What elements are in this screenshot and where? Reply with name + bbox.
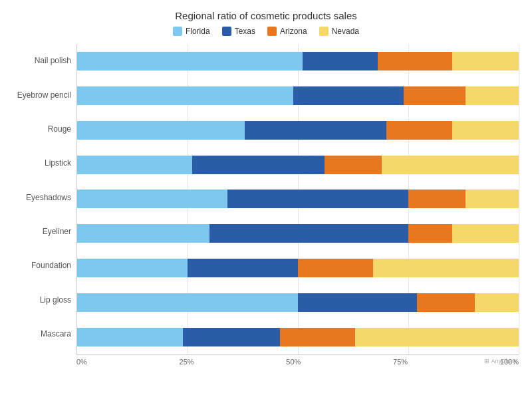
x-tick-2: 50% [286,358,301,366]
legend-label-3: Nevada [332,27,359,36]
bar-segment-8-1[interactable] [183,328,280,346]
bar-segment-6-0[interactable] [77,259,188,277]
bar-segment-5-2[interactable] [408,224,452,243]
bar-segment-5-0[interactable] [77,224,209,243]
bars-and-x: 0%25%50%75%100% [76,44,519,366]
bar-row-3 [77,156,519,174]
bar-segment-4-2[interactable] [408,190,466,208]
legend-color-0 [173,27,182,36]
bar-segment-3-1[interactable] [192,156,325,174]
anychart-label: ⊞ AnyChart [484,358,516,364]
bar-row-8 [77,328,519,346]
bar-segment-8-0[interactable] [77,328,183,346]
y-axis-labels: Nail polishEyebrow pencilRougeLipstickEy… [13,44,76,366]
legend-item-nevada: Nevada [319,27,359,36]
legend-item-arizona: Arizona [267,27,307,36]
bar-row-4 [77,190,519,208]
bar-row-1 [77,86,519,105]
grid-line-100 [519,44,519,354]
bar-row-6 [77,259,519,277]
legend-color-1 [222,27,231,36]
bar-segment-0-3[interactable] [452,52,519,70]
y-label-5: Eyeliner [13,227,76,236]
legend-color-3 [319,27,329,36]
x-axis: 0%25%50%75%100% [76,355,519,366]
bar-segment-6-2[interactable] [298,259,373,277]
legend-label-2: Arizona [280,27,307,36]
y-label-6: Foundation [13,261,76,270]
bar-segment-4-0[interactable] [77,190,227,208]
x-tick-3: 75% [393,358,408,366]
bar-segment-5-3[interactable] [452,224,519,243]
y-label-2: Rouge [13,124,76,134]
y-label-3: Lipstick [13,158,76,168]
legend-label-0: Florida [186,27,210,36]
legend: FloridaTexasArizonaNevada [13,27,519,36]
legend-item-texas: Texas [222,27,255,36]
y-label-8: Mascara [13,329,76,338]
bar-segment-7-2[interactable] [417,293,474,312]
bar-segment-7-3[interactable] [475,293,519,312]
bar-segment-7-1[interactable] [298,293,417,312]
legend-label-1: Texas [235,27,255,36]
bar-segment-7-0[interactable] [77,293,298,312]
bar-segment-2-3[interactable] [452,121,519,140]
bar-segment-6-3[interactable] [373,259,519,277]
y-label-7: Lip gloss [13,295,76,305]
bar-segment-2-1[interactable] [245,121,386,140]
bar-segment-5-1[interactable] [209,224,408,243]
chart-area: Nail polishEyebrow pencilRougeLipstickEy… [13,44,519,366]
bar-segment-0-1[interactable] [303,52,378,70]
x-tick-1: 25% [180,358,194,366]
bar-row-5 [77,224,519,243]
bar-segment-6-1[interactable] [188,259,298,277]
bar-segment-4-1[interactable] [227,190,408,208]
y-label-0: Nail polish [13,56,76,65]
bar-segment-3-3[interactable] [382,156,519,174]
y-label-1: Eyebrow pencil [13,90,76,100]
bar-segment-1-3[interactable] [466,86,519,105]
bar-segment-0-2[interactable] [378,52,453,70]
bar-row-2 [77,121,519,140]
bar-segment-2-0[interactable] [77,121,245,140]
bar-segment-3-0[interactable] [77,156,192,174]
bar-segment-1-1[interactable] [293,86,404,105]
bars-area [76,44,519,355]
bar-segment-1-2[interactable] [404,86,466,105]
chart-container: Regional ratio of cosmetic products sale… [0,0,532,399]
bar-segment-3-2[interactable] [325,156,382,174]
bar-row-0 [77,52,519,70]
bar-segment-8-3[interactable] [355,328,519,346]
chart-title: Regional ratio of cosmetic products sale… [13,10,519,21]
bar-segment-1-0[interactable] [77,86,293,105]
bar-row-7 [77,293,519,312]
bar-segment-2-2[interactable] [386,121,453,140]
y-label-4: Eyeshadows [13,193,76,202]
bar-segment-8-2[interactable] [280,328,355,346]
bar-segment-4-3[interactable] [466,190,519,208]
x-tick-0: 0% [76,358,87,366]
legend-item-florida: Florida [173,27,210,36]
legend-color-2 [267,27,277,36]
bar-segment-0-0[interactable] [77,52,303,70]
